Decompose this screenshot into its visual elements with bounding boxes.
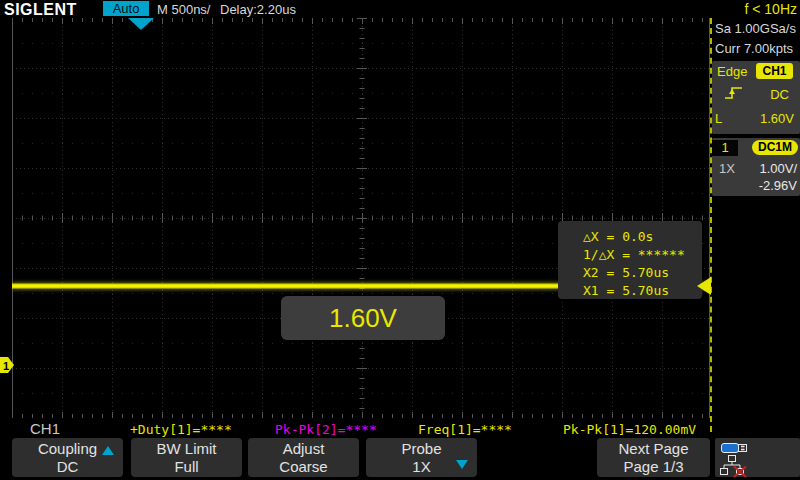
- cursor-x2: X2 = 5.70us: [583, 264, 698, 282]
- trigger-level-value: 1.60V: [760, 111, 794, 126]
- menu-button-next-page[interactable]: Next Page Page 1/3: [597, 438, 710, 477]
- menu-button-value: Full: [174, 458, 198, 476]
- down-arrow-icon: [456, 460, 468, 469]
- svg-text:1: 1: [3, 360, 9, 372]
- channel-info-box: 1 DC1M 1X 1.00V/ -2.96V: [712, 138, 800, 196]
- measurement-freq: Freq[1]=****: [418, 422, 512, 437]
- cursor-delta-x: △X = 0.0s: [583, 228, 698, 246]
- waveform-graticule: △X = 0.0s 1/△X = ****** X2 = 5.70us X1 =…: [12, 18, 710, 418]
- right-sidebar: Sa 1.00GSa/s Curr 7.00kpts Edge CH1 DC L…: [712, 18, 800, 432]
- measurement-duty: +Duty[1]=****: [130, 422, 232, 437]
- acquisition-mode-badge: Auto: [103, 1, 149, 16]
- channel-number-chip: 1: [712, 140, 738, 156]
- cursor-readout-box: △X = 0.0s 1/△X = ****** X2 = 5.70us X1 =…: [558, 221, 702, 299]
- measurement-pkpk-ch1: Pk-Pk[1]=120.00mV: [563, 422, 696, 437]
- rising-edge-icon: [724, 84, 744, 102]
- oscilloscope-screen: SIGLENT Auto M 500ns/ Delay:2.20us f < 1…: [0, 0, 800, 480]
- menu-button-adjust[interactable]: Adjust Coarse: [248, 438, 359, 477]
- measurement-pkpk-ch2: Pk-Pk[2]=****: [275, 422, 377, 437]
- grid-lines: [12, 18, 710, 418]
- channel-offset-value: -2.96V: [759, 178, 797, 193]
- menu-button-coupling[interactable]: Coupling DC: [12, 438, 123, 477]
- cursor-inv-delta-x: 1/△X = ******: [583, 246, 698, 264]
- menu-button-value: 1X: [412, 458, 430, 476]
- memory-depth-readout: Curr 7.00kpts: [715, 41, 793, 56]
- trigger-level-marker-icon[interactable]: [697, 277, 711, 295]
- menu-button-bw-limit[interactable]: BW Limit Full: [131, 438, 242, 477]
- lan-disconnected-icon: [719, 454, 749, 478]
- channel-probe-ratio: 1X: [719, 161, 735, 176]
- menu-button-value: Coarse: [279, 458, 327, 476]
- trigger-type-label: Edge: [717, 64, 747, 79]
- menu-button-label: Coupling: [38, 440, 97, 458]
- menu-button-label: BW Limit: [157, 440, 217, 458]
- menu-button-probe[interactable]: Probe 1X: [366, 438, 477, 477]
- menu-button-label: Next Page: [618, 440, 688, 458]
- top-status-bar: SIGLENT Auto M 500ns/ Delay:2.20us f < 1…: [0, 0, 800, 18]
- trigger-position-marker-icon[interactable]: [128, 18, 154, 30]
- channel-coupling-badge: DC1M: [752, 140, 798, 155]
- trigger-coupling-label: DC: [770, 87, 789, 102]
- timebase-readout: M 500ns/: [157, 2, 210, 17]
- cursor-x1: X1 = 5.70us: [583, 282, 698, 300]
- measurement-channel-label: CH1: [30, 420, 60, 437]
- menu-button-label: Adjust: [283, 440, 325, 458]
- brand-logo: SIGLENT: [4, 1, 77, 19]
- up-arrow-icon: [102, 446, 114, 455]
- ch1-ground-marker-icon[interactable]: 1: [0, 357, 15, 373]
- menu-button-value: DC: [57, 458, 79, 476]
- trigger-level-label: L: [715, 111, 722, 126]
- trigger-level-popup: 1.60V: [281, 296, 445, 340]
- trigger-source-badge: CH1: [756, 63, 793, 79]
- delay-readout: Delay:2.20us: [220, 2, 296, 17]
- status-icon-panel: [715, 438, 800, 477]
- channel-volts-per-div: 1.00V/: [759, 161, 797, 176]
- menu-button-label: Probe: [401, 440, 441, 458]
- menu-button-value: Page 1/3: [623, 458, 683, 476]
- sample-rate-readout: Sa 1.00GSa/s: [715, 21, 796, 36]
- measurement-bar: CH1 +Duty[1]=**** Pk-Pk[2]=**** Freq[1]=…: [0, 418, 712, 438]
- trigger-info-box: Edge CH1 DC L 1.60V: [712, 61, 800, 134]
- trigger-frequency-readout: f < 10Hz: [744, 1, 797, 17]
